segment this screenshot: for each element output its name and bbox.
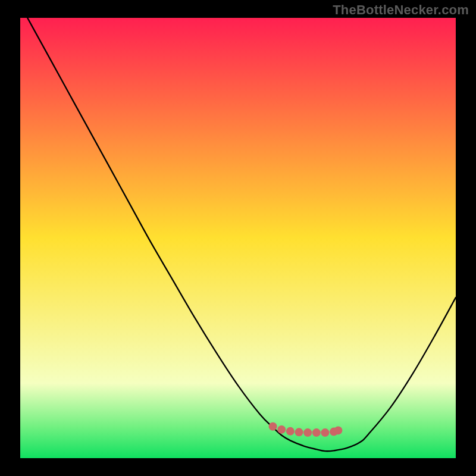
chart-container: { "watermark": "TheBottleNecker.com", "c… xyxy=(0,0,476,476)
optimal-marker xyxy=(295,428,303,436)
optimal-marker xyxy=(312,428,321,437)
gradient-background xyxy=(20,18,456,458)
optimal-marker xyxy=(277,425,286,434)
optimal-marker xyxy=(269,422,277,431)
optimal-marker xyxy=(334,426,342,434)
optimal-marker xyxy=(303,428,312,437)
watermark-text: TheBottleNecker.com xyxy=(333,2,469,18)
optimal-marker xyxy=(286,427,295,436)
optimal-marker xyxy=(321,428,329,437)
bottleneck-chart xyxy=(0,0,476,476)
